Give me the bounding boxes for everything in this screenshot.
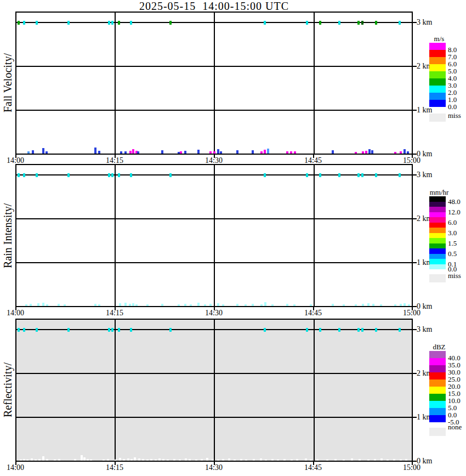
- legend-miss-swatch: [429, 274, 446, 282]
- height-label: 3 km: [417, 325, 432, 334]
- time-label: 15:00: [400, 309, 424, 317]
- gridline-horizontal: [16, 329, 412, 330]
- legend-title-dbz: dBZ: [433, 343, 445, 350]
- surface-echo-bar: [98, 151, 100, 154]
- echo-top-mark: [67, 21, 70, 25]
- legend-tick-label: 6.0: [448, 219, 457, 226]
- surface-echo-bar: [267, 149, 269, 154]
- surface-echo-bar: [394, 304, 396, 306]
- surface-echo-bar: [371, 150, 373, 154]
- echo-top-mark: [357, 328, 360, 332]
- legend-miss-label: miss: [448, 272, 461, 280]
- legend-color-cell: [429, 401, 446, 408]
- surface-echo-bar: [236, 304, 238, 306]
- legend-color-cell: [429, 358, 446, 365]
- surface-echo-bar: [120, 151, 122, 154]
- ylabel-reflectivity: Reflectivity/: [1, 319, 14, 462]
- echo-top-mark: [361, 328, 363, 332]
- surface-echo-bar: [31, 458, 33, 461]
- echo-top-mark: [23, 21, 25, 25]
- echo-top-mark: [23, 173, 25, 177]
- surface-echo-bar: [380, 458, 383, 461]
- echo-top-mark: [319, 21, 321, 25]
- echo-top-mark: [130, 173, 132, 177]
- surface-echo-bar: [220, 151, 222, 154]
- surface-echo-bar: [138, 458, 140, 461]
- surface-echo-bar: [129, 304, 131, 306]
- surface-echo-bar: [197, 303, 200, 306]
- gridline-vertical: [115, 13, 116, 154]
- surface-echo-bar: [362, 304, 364, 306]
- surface-echo-bar: [252, 304, 254, 306]
- time-label: 14:30: [202, 309, 226, 317]
- surface-echo-bar: [25, 304, 27, 306]
- surface-echo-bar: [265, 460, 267, 461]
- surface-echo-bar: [407, 151, 409, 154]
- surface-echo-bar: [129, 151, 132, 154]
- surface-echo-bar: [38, 459, 41, 461]
- surface-echo-bar: [394, 152, 396, 154]
- echo-top-mark: [67, 173, 70, 177]
- echo-top-mark: [169, 328, 172, 332]
- gridline-vertical: [214, 165, 215, 306]
- surface-echo-bar: [37, 303, 39, 306]
- gridline-horizontal: [16, 22, 412, 23]
- surface-echo-bar: [20, 460, 22, 461]
- echo-top-mark: [338, 173, 340, 177]
- legend-color-cell: [429, 379, 446, 387]
- colorbar-dbz: [429, 351, 446, 422]
- echo-top-mark: [399, 21, 401, 25]
- surface-echo-bar: [380, 304, 382, 306]
- surface-echo-bar: [393, 459, 395, 461]
- surface-echo-bar: [178, 152, 180, 154]
- surface-echo-bar: [162, 459, 164, 461]
- legend-color-cell: [429, 212, 446, 218]
- surface-echo-bar: [305, 458, 307, 461]
- surface-echo-bar: [103, 460, 105, 461]
- echo-top-mark: [264, 328, 266, 332]
- surface-echo-bar: [253, 459, 255, 461]
- height-tick: [413, 329, 417, 330]
- surface-echo-bar: [32, 150, 34, 154]
- legend-color-cell: [429, 64, 446, 71]
- echo-top-mark: [306, 21, 308, 25]
- time-label: 14:45: [301, 309, 325, 317]
- echo-top-mark: [111, 21, 113, 25]
- echo-top-mark: [36, 328, 38, 332]
- surface-echo-bar: [155, 460, 157, 461]
- surface-echo-bar: [404, 303, 406, 306]
- legend-fall-velocity: m/s miss 8.07.06.05.04.03.02.01.00.0: [429, 35, 466, 134]
- height-tick: [413, 110, 417, 111]
- ylabel-rain-intensity: Rain Intensity/: [1, 164, 14, 307]
- ylabel-fall-velocity: Fall Velocity/: [1, 12, 14, 155]
- surface-echo-bar: [343, 304, 345, 306]
- gridline-vertical: [115, 320, 116, 461]
- surface-echo-bar: [405, 459, 407, 461]
- surface-echo-bar: [30, 304, 32, 306]
- surface-echo-bar: [127, 458, 129, 461]
- legend-color-cell: [429, 259, 446, 264]
- surface-echo-bar: [310, 460, 312, 461]
- surface-echo-bar: [408, 304, 410, 306]
- height-tick: [413, 417, 417, 418]
- surface-echo-bar: [245, 304, 247, 306]
- legend-color-cell: [429, 50, 446, 57]
- radar-time-height-chart: 2025-05-15 14:00-15:00 UTC Fall Velocity…: [0, 0, 466, 476]
- gridline-vertical: [314, 320, 315, 461]
- surface-echo-bar: [107, 459, 109, 461]
- surface-echo-bar: [119, 458, 121, 461]
- surface-echo-bar: [46, 151, 48, 154]
- echo-top-mark: [375, 328, 377, 332]
- legend-tick-label: 3.0: [448, 229, 457, 237]
- surface-echo-bar: [180, 151, 182, 154]
- surface-echo-bar: [189, 459, 191, 461]
- echo-top-mark: [118, 173, 120, 177]
- plot-area-reflectivity: [15, 319, 413, 462]
- echo-top-mark: [130, 328, 132, 332]
- echo-top-mark: [67, 328, 70, 332]
- echo-top-mark: [306, 173, 308, 177]
- surface-echo-bar: [119, 303, 121, 306]
- surface-echo-bar: [368, 149, 371, 154]
- echo-top-mark: [118, 328, 120, 332]
- surface-echo-bar: [197, 150, 200, 154]
